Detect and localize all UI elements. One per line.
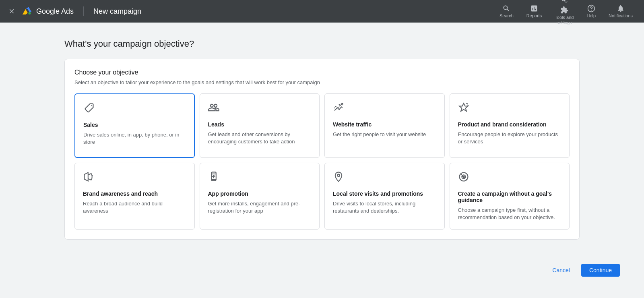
no-goal-name: Create a campaign without a goal's guida… [458,190,561,203]
app-promotion-icon [208,171,223,186]
objective-no-goal[interactable]: Create a campaign without a goal's guida… [450,163,570,230]
website-traffic-desc: Get the right people to visit your websi… [333,131,436,138]
objective-local-store[interactable]: Local store visits and promotions Drive … [324,163,445,230]
svg-point-16 [337,174,340,177]
objective-product-brand[interactable]: Product and brand consideration Encourag… [450,93,570,158]
top-navigation: Google Ads New campaign Search Reports T… [0,0,644,23]
campaign-title: New campaign [93,7,141,16]
local-store-icon [333,171,347,186]
brand-name: Google Ads [36,7,74,16]
nav-notifications-label: Notifications [609,13,633,18]
continue-button[interactable]: Continue [581,264,620,277]
objective-leads[interactable]: Leads Get leads and other conversions by… [200,93,320,158]
card-subtitle: Select an objective to tailor your exper… [74,79,570,85]
nav-tools[interactable]: Tools andsettings [550,0,578,27]
svg-marker-8 [85,173,88,181]
objective-website-traffic[interactable]: Website traffic Get the right people to … [324,93,445,158]
sales-icon [83,102,98,117]
app-promotion-name: App promotion [208,190,312,197]
svg-line-7 [467,105,468,106]
app-promotion-desc: Get more installs, engagement and pre-re… [208,200,312,215]
nav-help-label: Help [586,13,596,18]
nav-tools-label: Tools andsettings [555,15,574,25]
website-traffic-icon [333,102,347,116]
objective-sales[interactable]: Sales Drive sales online, in app, by pho… [74,93,195,158]
objectives-grid: Sales Drive sales online, in app, by pho… [74,93,570,230]
no-goal-icon [458,171,473,186]
nav-search[interactable]: Search [495,3,518,20]
objectives-card: Choose your objective Select an objectiv… [64,59,580,240]
product-brand-desc: Encourage people to explore your product… [458,131,561,145]
no-goal-desc: Choose a campaign type first, without a … [458,207,561,221]
nav-help[interactable]: Help [582,3,601,20]
nav-divider [83,6,84,16]
local-store-name: Local store visits and promotions [333,190,436,197]
close-button[interactable] [6,6,17,17]
nav-search-label: Search [500,13,514,18]
svg-line-9 [88,174,91,175]
nav-reports[interactable]: Reports [522,3,547,20]
leads-icon [208,102,223,116]
local-store-desc: Drive visits to local stores, including … [333,200,436,215]
objective-app-promotion[interactable]: App promotion Get more installs, engagem… [200,163,320,230]
svg-point-3 [91,105,92,106]
brand-awareness-icon [83,171,97,186]
svg-line-10 [88,179,91,180]
leads-name: Leads [208,121,312,128]
card-heading: Choose your objective [74,69,570,76]
page-title: What's your campaign objective? [64,39,580,49]
brand-awareness-name: Brand awareness and reach [83,190,186,197]
nav-notifications[interactable]: Notifications [604,3,638,20]
product-brand-name: Product and brand consideration [458,121,561,128]
sales-desc: Drive sales online, in app, by phone, or… [83,131,186,146]
leads-desc: Get leads and other conversions by encou… [208,131,312,145]
objective-brand-awareness[interactable]: Brand awareness and reach Reach a broad … [74,163,195,230]
product-brand-icon [458,102,473,116]
main-content: What's your campaign objective? Choose y… [40,23,604,256]
sales-name: Sales [83,122,186,128]
website-traffic-name: Website traffic [333,121,436,128]
brand-awareness-desc: Reach a broad audience and build awarene… [83,200,186,215]
nav-reports-label: Reports [526,13,542,18]
cancel-button[interactable]: Cancel [546,264,576,277]
bottom-actions: Cancel Continue [0,264,644,277]
google-ads-logo: Google Ads [22,6,74,17]
